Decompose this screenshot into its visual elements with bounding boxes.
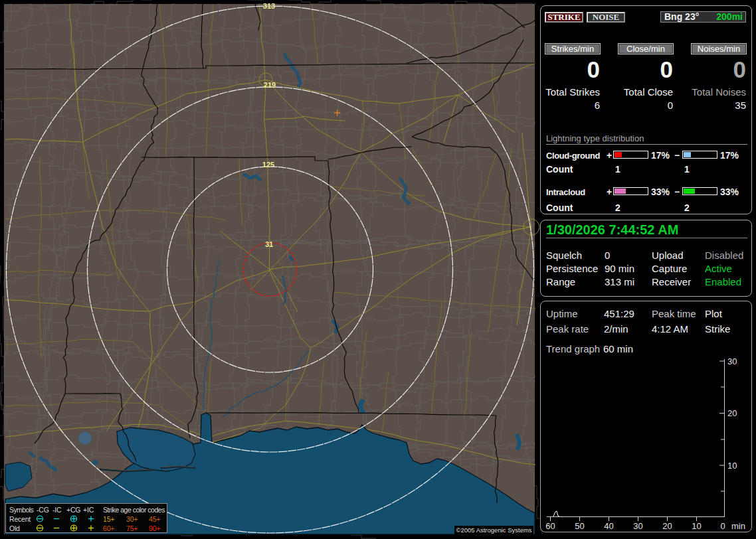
svg-text:60: 60 xyxy=(545,521,555,531)
svg-text:125: 125 xyxy=(262,161,274,169)
svg-text:50: 50 xyxy=(575,521,584,531)
svg-text:10: 10 xyxy=(692,521,701,531)
svg-text:313: 313 xyxy=(263,2,275,10)
svg-text:min: min xyxy=(731,521,745,531)
svg-text:30: 30 xyxy=(633,521,642,531)
svg-text:0: 0 xyxy=(720,521,725,531)
svg-text:31: 31 xyxy=(265,240,273,248)
svg-text:10: 10 xyxy=(727,461,737,471)
svg-text:30: 30 xyxy=(727,356,737,366)
svg-text:20: 20 xyxy=(662,521,672,531)
svg-text:219: 219 xyxy=(264,81,276,89)
svg-text:20: 20 xyxy=(727,408,737,418)
svg-text:40: 40 xyxy=(604,521,613,531)
